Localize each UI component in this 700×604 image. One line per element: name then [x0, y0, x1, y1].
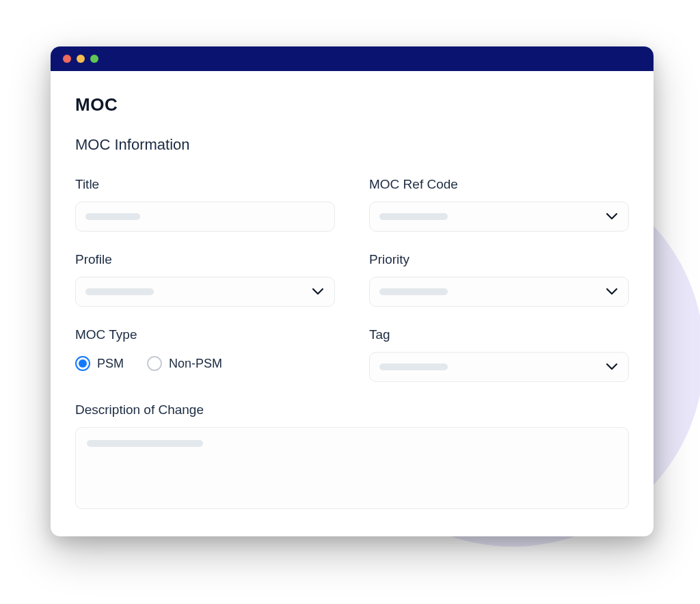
close-icon[interactable]	[63, 55, 71, 63]
placeholder-skeleton	[379, 213, 448, 220]
placeholder-skeleton	[85, 288, 154, 295]
placeholder-skeleton	[85, 213, 140, 220]
profile-label: Profile	[75, 252, 335, 267]
form-grid: Title MOC Ref Code Profile	[75, 177, 629, 509]
field-description: Description of Change	[75, 402, 629, 509]
tag-select[interactable]	[369, 352, 629, 382]
field-ref-code: MOC Ref Code	[369, 177, 629, 232]
radio-non-psm[interactable]: Non-PSM	[147, 356, 222, 371]
title-label: Title	[75, 177, 335, 192]
minimize-icon[interactable]	[77, 55, 85, 63]
chevron-down-icon	[606, 286, 617, 298]
description-textarea[interactable]	[75, 427, 629, 509]
placeholder-skeleton	[87, 440, 203, 447]
section-title: MOC Information	[75, 136, 629, 154]
moc-type-radio-group: PSM Non-PSM	[75, 352, 335, 371]
radio-non-psm-label: Non-PSM	[169, 357, 222, 371]
radio-psm[interactable]: PSM	[75, 356, 124, 371]
maximize-icon[interactable]	[90, 55, 98, 63]
placeholder-skeleton	[379, 288, 448, 295]
profile-select[interactable]	[75, 277, 335, 307]
field-title: Title	[75, 177, 335, 232]
window-titlebar	[51, 46, 654, 71]
description-label: Description of Change	[75, 402, 629, 417]
radio-psm-label: PSM	[97, 357, 124, 371]
page-title: MOC	[75, 94, 629, 115]
title-input[interactable]	[75, 202, 335, 232]
field-tag: Tag	[369, 327, 629, 382]
field-profile: Profile	[75, 252, 335, 307]
tag-label: Tag	[369, 327, 629, 342]
radio-icon	[147, 356, 162, 371]
moc-type-label: MOC Type	[75, 327, 335, 342]
field-priority: Priority	[369, 252, 629, 307]
priority-select[interactable]	[369, 277, 629, 307]
app-window: MOC MOC Information Title MOC Ref Code	[51, 46, 654, 536]
ref-code-select[interactable]	[369, 202, 629, 232]
chevron-down-icon	[606, 210, 617, 223]
field-moc-type: MOC Type PSM Non-PSM	[75, 327, 335, 382]
form-content: MOC MOC Information Title MOC Ref Code	[51, 71, 654, 536]
placeholder-skeleton	[379, 363, 448, 370]
radio-icon	[75, 356, 90, 371]
ref-code-label: MOC Ref Code	[369, 177, 629, 192]
radio-dot-icon	[79, 359, 87, 368]
priority-label: Priority	[369, 252, 629, 267]
chevron-down-icon	[312, 286, 323, 298]
chevron-down-icon	[606, 361, 617, 373]
